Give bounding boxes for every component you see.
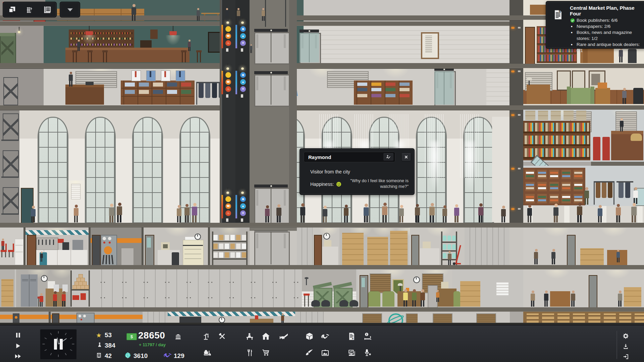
check-icon <box>570 17 577 23</box>
edit-person-icon <box>386 154 391 160</box>
hotel-info-icon <box>363 332 372 341</box>
favor-count: 129 <box>174 352 184 360</box>
bank-icon[interactable] <box>175 333 181 340</box>
retail-button[interactable] <box>261 348 270 357</box>
leases-icon: $ <box>347 332 356 341</box>
decor-button[interactable] <box>305 348 314 357</box>
bullet-icon <box>570 42 577 54</box>
svg-text:$: $ <box>352 337 354 340</box>
art-button[interactable] <box>321 348 330 357</box>
bullet-icon <box>570 23 577 30</box>
person-name: Raymond <box>304 154 383 160</box>
utility-grid-icon <box>25 5 34 14</box>
save-button[interactable] <box>623 343 629 350</box>
fast-forward-button[interactable] <box>15 354 21 359</box>
events-icon <box>363 348 372 357</box>
play-button[interactable] <box>16 343 20 349</box>
building-grid-icon <box>43 5 52 14</box>
cash-amount: 28650 <box>138 330 165 341</box>
reports-icon <box>347 348 356 357</box>
decor-icon <box>305 348 314 357</box>
person-role: Visitor from the city <box>310 169 350 174</box>
download-icon <box>623 343 629 350</box>
hotel-rooms-button[interactable] <box>279 332 288 341</box>
person-quote: "Why do I feel like someone is watching … <box>350 178 409 189</box>
game-clock <box>40 329 77 360</box>
goal-item-text: Books, news and magazine stores: 1/2 <box>577 30 641 42</box>
overlay-toolbar <box>3 2 57 17</box>
goal-item-text: Newspapers: 2/6 <box>577 23 610 30</box>
settings-button[interactable] <box>622 332 629 340</box>
close-icon <box>404 155 409 159</box>
person-dialog: Raymond Visitor from the city Happiness:… <box>300 148 415 195</box>
toolbar-collapse <box>60 2 80 17</box>
person-name-field[interactable]: Raymond <box>304 152 395 162</box>
star-count: 53 <box>105 331 112 339</box>
star-icon: ★ <box>96 331 102 339</box>
tenant-count: 42 <box>105 352 112 360</box>
retail-icon <box>261 348 270 357</box>
population-icon <box>97 342 102 348</box>
goal-item-text: Rare and antique book dealers: 0/1 <box>577 42 641 54</box>
offices-icon <box>245 332 254 341</box>
population-count: 384 <box>105 342 115 349</box>
goal-item: Book publishers: 6/6 <box>570 17 641 23</box>
favors-icon <box>163 352 172 358</box>
services-icon <box>305 332 314 341</box>
daily-income: + 11797 / day <box>139 342 166 347</box>
demolish-icon <box>203 348 212 357</box>
happiness-label: Happiness: <box>310 182 334 187</box>
events-button[interactable] <box>363 348 372 357</box>
happy-face-icon <box>336 181 342 187</box>
rename-button[interactable] <box>383 153 393 161</box>
pause-button[interactable] <box>16 332 20 338</box>
leases-button[interactable]: $ <box>347 332 356 341</box>
person-happiness: Happiness: <box>310 181 342 187</box>
hotel-rooms-icon <box>279 332 288 341</box>
bullet-icon <box>570 30 577 42</box>
restaurants-icon <box>245 348 254 357</box>
goal-item: Rare and antique book dealers: 0/1 <box>570 42 641 54</box>
goal-item: Books, news and magazine stores: 1/2 <box>570 30 641 42</box>
build-construction-button[interactable] <box>203 332 212 341</box>
tenants-icon <box>96 352 102 358</box>
gear-icon <box>622 332 629 340</box>
game-window: ⚡☎♨◉▲❄⚡☎♨◉▲❄⚡☎♨◉▲❄ $ Central Market Plan… <box>0 0 644 362</box>
goal-panel[interactable]: $ Central Market Plan, Phase Four Book p… <box>546 1 644 49</box>
layers-icon <box>8 5 16 14</box>
hud-bar: ★ 53 384 42 $ 28650 + 11797 / day 3610 1… <box>0 325 644 362</box>
services-button[interactable] <box>305 332 314 341</box>
build-utilities-icon <box>218 332 227 341</box>
contract-doc-icon: $ <box>550 5 570 54</box>
hud-divider <box>616 331 617 359</box>
goal-title: Central Market Plan, Phase Four <box>570 5 641 16</box>
exit-door-icon <box>623 354 629 360</box>
goal-item: Newspapers: 2/6 <box>570 23 641 30</box>
restaurants-button[interactable] <box>245 348 254 357</box>
close-button[interactable] <box>401 153 411 161</box>
money-icon: $ <box>126 333 137 340</box>
apartments-icon <box>261 332 270 341</box>
chevron-down-icon <box>66 6 74 14</box>
influence-count: 3610 <box>133 352 148 360</box>
reports-button[interactable] <box>347 348 356 357</box>
influence-icon <box>124 352 131 359</box>
offices-button[interactable] <box>245 332 254 341</box>
exit-button[interactable] <box>623 354 629 360</box>
apartments-button[interactable] <box>261 332 270 341</box>
layers-overlay-button[interactable] <box>5 4 19 16</box>
demolish-button[interactable] <box>203 348 212 357</box>
build-construction-icon <box>203 332 212 341</box>
floors-overlay-button[interactable] <box>41 4 54 16</box>
deals-icon <box>321 332 330 341</box>
build-utilities-button[interactable] <box>218 332 227 341</box>
svg-text:$: $ <box>559 9 561 13</box>
goal-item-text: Book publishers: 6/6 <box>577 17 618 23</box>
utilities-overlay-button[interactable] <box>23 4 36 16</box>
hotel-info-button[interactable] <box>363 332 372 341</box>
art-icon <box>321 348 330 357</box>
deals-button[interactable] <box>321 332 330 341</box>
collapse-toolbar-button[interactable] <box>63 4 77 16</box>
